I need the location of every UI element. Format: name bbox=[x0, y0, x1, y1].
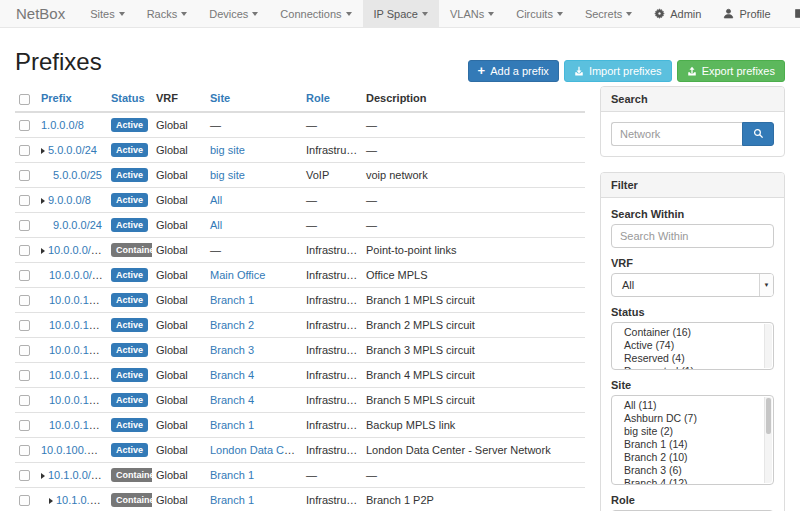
table-row: 10.0.0.0/24ContainerGlobal—Infrastructur… bbox=[15, 237, 585, 262]
checkbox-cell bbox=[15, 362, 37, 387]
navbar-admin-link[interactable]: Admin bbox=[643, 0, 712, 27]
prefix-link[interactable]: 10.0.0.136/31 bbox=[49, 394, 107, 406]
prefix-link[interactable]: 10.0.0.0/31 bbox=[49, 269, 104, 281]
select-all-checkbox[interactable] bbox=[19, 94, 30, 105]
site-link[interactable]: Main Office bbox=[210, 269, 265, 281]
listbox-option[interactable]: All (11) bbox=[612, 400, 773, 410]
nav-item-devices[interactable]: Devices bbox=[198, 0, 269, 27]
nav-item-connections[interactable]: Connections bbox=[269, 0, 362, 27]
site-link[interactable]: Branch 2 bbox=[210, 319, 254, 331]
column-header-role[interactable]: Role bbox=[302, 86, 362, 112]
description-cell: London Data Center - Server Network bbox=[362, 437, 585, 462]
nav-item-secrets[interactable]: Secrets bbox=[574, 0, 643, 27]
chevron-down-icon bbox=[422, 12, 428, 16]
nav-item-racks[interactable]: Racks bbox=[136, 0, 199, 27]
site-link[interactable]: Branch 4 bbox=[210, 369, 254, 381]
prefix-link[interactable]: 10.0.0.138/31 bbox=[49, 419, 107, 431]
listbox-option[interactable]: Branch 2 (10) bbox=[612, 452, 773, 462]
row-checkbox[interactable] bbox=[19, 495, 30, 506]
row-checkbox[interactable] bbox=[19, 145, 30, 156]
search-input[interactable] bbox=[611, 122, 742, 146]
listbox-option[interactable]: big site (2) bbox=[612, 426, 773, 436]
nav-item-vlans[interactable]: VLANs bbox=[439, 0, 505, 27]
listbox-option[interactable]: Container (16) bbox=[612, 327, 773, 337]
listbox-option[interactable]: Deprecated (1) bbox=[612, 366, 773, 370]
filter-panel-title: Filter bbox=[601, 173, 784, 198]
expand-arrow-icon bbox=[41, 198, 45, 204]
vrf-cell: Global bbox=[152, 437, 206, 462]
row-checkbox[interactable] bbox=[19, 245, 30, 256]
site-link[interactable]: Branch 1 bbox=[210, 494, 254, 506]
row-checkbox[interactable] bbox=[19, 320, 30, 331]
main-nav: SitesRacksDevicesConnectionsIP SpaceVLAN… bbox=[79, 0, 643, 27]
listbox-option[interactable]: Ashburn DC (7) bbox=[612, 413, 773, 423]
site-link[interactable]: Branch 1 bbox=[210, 469, 254, 481]
site-link[interactable]: London Data Center bbox=[210, 444, 302, 456]
add-a-prefix-button[interactable]: +Add a prefix bbox=[468, 60, 559, 82]
prefix-link[interactable]: 10.0.0.130/31 bbox=[49, 319, 107, 331]
vrf-cell: Global bbox=[152, 112, 206, 138]
prefix-link[interactable]: 5.0.0.0/24 bbox=[48, 144, 97, 156]
listbox-option[interactable]: Reserved (4) bbox=[612, 353, 773, 363]
site-link[interactable]: big site bbox=[210, 144, 245, 156]
import-prefixes-button[interactable]: Import prefixes bbox=[564, 60, 672, 82]
listbox-option[interactable]: Branch 3 (6) bbox=[612, 465, 773, 475]
prefix-link[interactable]: 9.0.0.0/24 bbox=[53, 219, 102, 231]
prefix-link[interactable]: 10.1.0.0/16 bbox=[48, 469, 103, 481]
nav-item-ip-space[interactable]: IP Space bbox=[363, 0, 439, 27]
search-within-input[interactable] bbox=[611, 224, 774, 248]
site-link[interactable]: All bbox=[210, 219, 222, 231]
prefix-link[interactable]: 10.1.0.0/24 bbox=[56, 494, 107, 506]
export-prefixes-button[interactable]: Export prefixes bbox=[677, 60, 785, 82]
nav-item-circuits[interactable]: Circuits bbox=[505, 0, 574, 27]
table-row: 10.0.100.0/24ActiveGlobalLondon Data Cen… bbox=[15, 437, 585, 462]
checkbox-cell bbox=[15, 287, 37, 312]
row-checkbox[interactable] bbox=[19, 120, 30, 131]
nav-item-label: Secrets bbox=[585, 8, 622, 20]
prefix-link[interactable]: 5.0.0.0/25 bbox=[53, 169, 102, 181]
prefix-link[interactable]: 10.0.0.0/24 bbox=[48, 244, 103, 256]
row-checkbox[interactable] bbox=[19, 345, 30, 356]
column-header-site[interactable]: Site bbox=[206, 86, 302, 112]
vrf-select[interactable]: All ▼ bbox=[611, 273, 774, 297]
navbar-profile-link[interactable]: Profile bbox=[712, 0, 781, 27]
row-checkbox[interactable] bbox=[19, 270, 30, 281]
tree-indent bbox=[41, 300, 49, 301]
status-listbox[interactable]: Container (16)Active (74)Reserved (4)Dep… bbox=[611, 322, 774, 370]
row-checkbox[interactable] bbox=[19, 420, 30, 431]
listbox-option[interactable]: Branch 1 (14) bbox=[612, 439, 773, 449]
nav-item-sites[interactable]: Sites bbox=[79, 0, 135, 27]
row-checkbox[interactable] bbox=[19, 170, 30, 181]
site-link[interactable]: Branch 1 bbox=[210, 419, 254, 431]
row-checkbox[interactable] bbox=[19, 195, 30, 206]
site-link[interactable]: All bbox=[210, 194, 222, 206]
prefix-link[interactable]: 10.0.100.0/24 bbox=[41, 444, 107, 456]
site-listbox[interactable]: All (11)Ashburn DC (7)big site (2)Branch… bbox=[611, 395, 774, 485]
column-header-prefix[interactable]: Prefix bbox=[37, 86, 107, 112]
prefix-link[interactable]: 10.0.0.132/31 bbox=[49, 344, 107, 356]
row-checkbox[interactable] bbox=[19, 295, 30, 306]
status-cell: Active bbox=[107, 162, 152, 187]
column-header-status[interactable]: Status bbox=[107, 86, 152, 112]
search-button[interactable] bbox=[742, 122, 774, 146]
row-checkbox[interactable] bbox=[19, 445, 30, 456]
site-link[interactable]: Branch 1 bbox=[210, 294, 254, 306]
prefix-link[interactable]: 10.0.0.134/31 bbox=[49, 369, 107, 381]
navbar-log-out-link[interactable]: Log out bbox=[782, 0, 800, 27]
prefix-link[interactable]: 9.0.0.0/8 bbox=[48, 194, 91, 206]
site-link[interactable]: Branch 3 bbox=[210, 344, 254, 356]
prefix-link[interactable]: 10.0.0.128/31 bbox=[49, 294, 107, 306]
nav-item-label: IP Space bbox=[374, 8, 418, 20]
prefix-link[interactable]: 1.0.0.0/8 bbox=[41, 119, 84, 131]
row-checkbox[interactable] bbox=[19, 220, 30, 231]
status-badge: Active bbox=[111, 268, 148, 282]
listbox-option[interactable]: Branch 4 (12) bbox=[612, 478, 773, 485]
row-checkbox[interactable] bbox=[19, 370, 30, 381]
row-checkbox[interactable] bbox=[19, 470, 30, 481]
site-link[interactable]: big site bbox=[210, 169, 245, 181]
site-link[interactable]: Branch 4 bbox=[210, 394, 254, 406]
status-cell: Active bbox=[107, 412, 152, 437]
app-brand[interactable]: NetBox bbox=[0, 0, 79, 27]
listbox-option[interactable]: Active (74) bbox=[612, 340, 773, 350]
row-checkbox[interactable] bbox=[19, 395, 30, 406]
